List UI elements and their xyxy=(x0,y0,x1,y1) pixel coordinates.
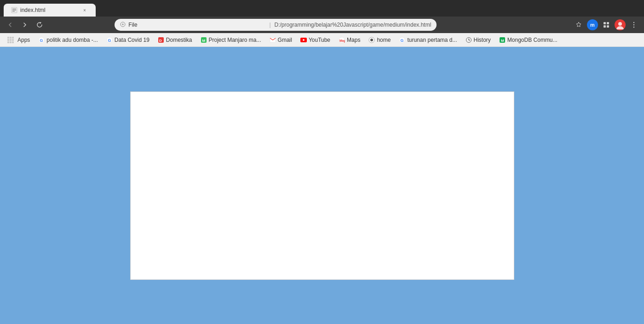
bookmark-history[interactable]: History xyxy=(462,35,494,45)
bookmark-covid[interactable]: G Data Covid 19 xyxy=(103,35,153,45)
svg-text:M: M xyxy=(202,38,205,42)
toolbar-right: m xyxy=(572,18,640,31)
svg-rect-8 xyxy=(607,25,609,28)
menu-button[interactable] xyxy=(627,18,640,31)
svg-text:G: G xyxy=(40,38,43,42)
google-favicon-2: G xyxy=(106,37,113,43)
reload-button[interactable] xyxy=(33,18,46,31)
tab-title: index.html xyxy=(20,7,78,13)
tab-favicon xyxy=(11,7,17,13)
extensions-button[interactable] xyxy=(600,18,613,31)
apps-label: Apps xyxy=(17,37,30,43)
bookmark-mongodb[interactable]: M MongoDB Commu... xyxy=(495,35,561,45)
bookmark-maps[interactable]: Maps Maps xyxy=(335,35,364,45)
gmail-favicon xyxy=(270,37,276,43)
svg-rect-6 xyxy=(607,22,609,24)
svg-rect-2 xyxy=(12,10,16,11)
bookmark-label-mongodb: MongoDB Commu... xyxy=(507,37,558,43)
active-tab[interactable]: index.html × xyxy=(4,4,96,17)
svg-point-10 xyxy=(633,22,634,23)
history-favicon xyxy=(466,37,472,43)
svg-rect-5 xyxy=(604,22,606,24)
domestika-favicon: D xyxy=(158,37,164,43)
url-bar[interactable]: File | D:/programming/belajar%20Javascri… xyxy=(115,19,437,31)
address-bar: File | D:/programming/belajar%20Javascri… xyxy=(0,17,644,33)
bookmark-label-maps: Maps xyxy=(347,37,360,43)
svg-rect-3 xyxy=(12,11,15,11)
manjaro-favicon: M xyxy=(201,37,207,43)
bookmark-label-youtube: YouTube xyxy=(309,37,330,43)
bookmark-star-button[interactable] xyxy=(572,18,585,31)
bookmark-politik[interactable]: G politik adu domba -... xyxy=(34,35,101,45)
bookmark-label-gmail: Gmail xyxy=(278,37,292,43)
forward-button[interactable] xyxy=(18,18,31,31)
youtube-favicon xyxy=(300,37,307,43)
profile-avatar-red xyxy=(615,19,626,30)
bookmark-label-turunan: turunan pertama d... xyxy=(407,37,457,43)
svg-text:G: G xyxy=(108,38,111,42)
profile-avatar-button[interactable] xyxy=(614,18,627,31)
svg-text:Maps: Maps xyxy=(339,39,345,42)
url-protocol-label: File xyxy=(128,22,265,28)
mongodb-favicon: M xyxy=(499,37,506,43)
bookmark-label-domestika: Domestika xyxy=(166,37,192,43)
bookmark-turunan[interactable]: G turunan pertama d... xyxy=(395,35,460,45)
apps-grid-icon xyxy=(7,37,14,43)
tab-bar: index.html × xyxy=(0,0,644,17)
svg-text:D: D xyxy=(159,38,162,42)
bookmarks-apps-button[interactable]: Apps xyxy=(4,35,34,45)
bookmark-gmail[interactable]: Gmail xyxy=(266,35,296,45)
bookmark-label-politik: politik adu domba -... xyxy=(46,37,98,43)
svg-rect-1 xyxy=(12,9,16,9)
home-favicon xyxy=(368,37,375,43)
url-separator: | xyxy=(269,22,270,28)
url-path: D:/programming/belajar%20Javascript/game… xyxy=(275,22,431,28)
page-content xyxy=(0,47,644,324)
svg-point-27 xyxy=(370,39,373,41)
maps-favicon: Maps xyxy=(339,37,345,43)
bookmark-label-history: History xyxy=(474,37,491,43)
back-button[interactable] xyxy=(4,18,17,31)
bookmark-domestika[interactable]: D Domestika xyxy=(154,35,196,45)
tab-close-button[interactable]: × xyxy=(81,6,88,14)
bookmark-label-manjaro: Project Manjaro ma... xyxy=(209,37,261,43)
svg-text:M: M xyxy=(501,38,504,42)
bookmark-label-home: home xyxy=(377,37,391,43)
profile-avatar-blue: m xyxy=(587,19,598,30)
browser-chrome: index.html × F xyxy=(0,0,644,47)
svg-text:G: G xyxy=(401,38,404,42)
bookmark-manjaro[interactable]: M Project Manjaro ma... xyxy=(197,35,265,45)
google-favicon-1: G xyxy=(38,37,45,43)
profile-button[interactable]: m xyxy=(586,18,599,31)
bookmark-label-covid: Data Covid 19 xyxy=(115,37,150,43)
game-canvas xyxy=(130,91,514,280)
svg-point-12 xyxy=(633,27,634,28)
svg-point-9 xyxy=(618,22,622,26)
bookmark-home[interactable]: home xyxy=(365,35,394,45)
url-protocol-icon xyxy=(120,22,126,28)
svg-rect-7 xyxy=(604,25,606,28)
svg-point-11 xyxy=(633,24,634,25)
bookmark-youtube[interactable]: YouTube xyxy=(297,35,334,45)
google-favicon-3: G xyxy=(399,37,405,43)
bookmarks-bar: Apps G politik adu domba -... G Data Cov… xyxy=(0,33,644,47)
